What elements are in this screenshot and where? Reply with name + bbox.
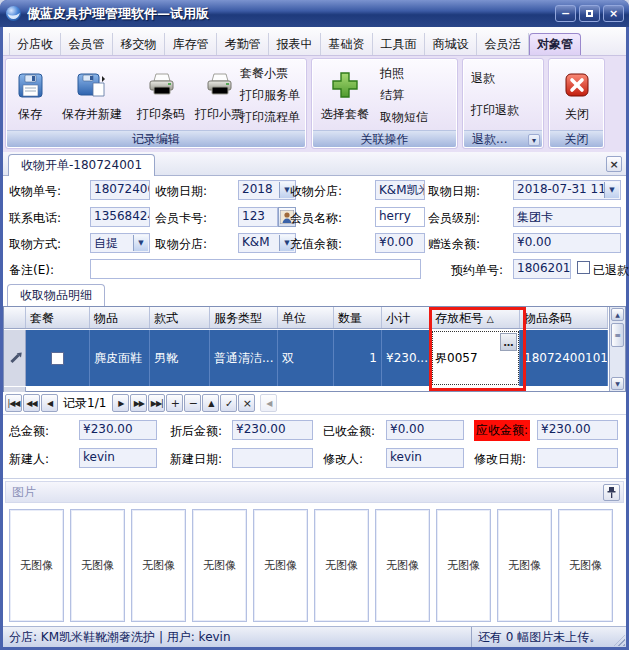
column-header-style[interactable]: 款式 bbox=[150, 307, 210, 328]
phone-field[interactable]: 13568424 bbox=[90, 207, 150, 227]
column-header-cabinet-no[interactable]: 存放柜号 △ bbox=[431, 307, 520, 328]
image-placeholder[interactable]: 无图像 bbox=[131, 509, 186, 622]
nav-prev-button[interactable]: ◀ bbox=[41, 394, 58, 412]
detail-tab[interactable]: 收取物品明细 bbox=[7, 284, 105, 306]
grid-vertical-scrollbar[interactable]: ▲ ≡ ▼ bbox=[609, 307, 625, 391]
menu-tab-object-mgmt-selected[interactable]: 对象管 bbox=[529, 33, 581, 55]
grid-row-selected[interactable]: 麂皮面鞋 男靴 普通清洁... 双 1 ¥230... 界0057… 18072… bbox=[4, 330, 608, 386]
image-placeholder[interactable]: 无图像 bbox=[253, 509, 308, 622]
column-header-barcode[interactable]: 物品条码 bbox=[520, 307, 608, 328]
print-flow-sheet-link[interactable]: 打印流程单 bbox=[240, 110, 300, 124]
remark-input[interactable] bbox=[90, 259, 421, 279]
menu-tab-reports[interactable]: 报表中 bbox=[269, 33, 321, 55]
chevron-down-icon[interactable]: ▼ bbox=[604, 182, 619, 198]
image-placeholder[interactable]: 无图像 bbox=[9, 509, 64, 622]
menu-tab-transfer[interactable]: 移交物 bbox=[113, 33, 165, 55]
column-header-package[interactable]: 套餐 bbox=[26, 307, 90, 328]
column-header-item[interactable]: 物品 bbox=[90, 307, 150, 328]
member-name-field[interactable]: herry bbox=[375, 207, 425, 227]
menu-tab-basic-data[interactable]: 基础资 bbox=[321, 33, 373, 55]
ribbon-group-refund: 退款 打印退款 退款... ▾ bbox=[462, 58, 544, 149]
select-package-label: 选择套餐 bbox=[321, 106, 369, 123]
image-placeholder[interactable]: 无图像 bbox=[192, 509, 247, 622]
menu-tab-branch-receive[interactable]: 分店收 bbox=[9, 33, 61, 55]
pin-button[interactable] bbox=[603, 484, 620, 501]
member-level-label: 会员级别: bbox=[428, 210, 480, 227]
chevron-down-icon[interactable]: ▼ bbox=[133, 235, 148, 251]
minimize-button[interactable]: − bbox=[555, 5, 576, 22]
cell-package[interactable] bbox=[26, 330, 90, 386]
document-tab[interactable]: 收物开单-180724001 bbox=[8, 154, 155, 176]
menu-tab-attendance[interactable]: 考勤管 bbox=[217, 33, 269, 55]
booking-no-field[interactable]: 1806201 bbox=[513, 259, 571, 279]
nav-post-button[interactable]: ✓ bbox=[220, 394, 237, 412]
cell-qty[interactable]: 1 bbox=[334, 330, 382, 386]
image-placeholder[interactable]: 无图像 bbox=[375, 509, 430, 622]
pickup-date-field[interactable]: 2018-07-31 11:▼ bbox=[513, 180, 621, 200]
nav-next-page-button[interactable]: ▶▶ bbox=[130, 394, 147, 412]
receive-date-field[interactable]: 2018▼ bbox=[238, 180, 296, 200]
print-service-sheet-link[interactable]: 打印服务单 bbox=[240, 88, 300, 102]
refund-link[interactable]: 退款 bbox=[471, 71, 495, 85]
resize-grip[interactable] bbox=[614, 635, 625, 646]
image-placeholder[interactable]: 无图像 bbox=[314, 509, 369, 622]
nav-last-button[interactable]: ▶▶| bbox=[148, 394, 165, 412]
refunded-checkbox[interactable] bbox=[577, 261, 590, 274]
nav-edit-button[interactable]: ▲ bbox=[202, 394, 219, 412]
nav-cancel-button[interactable]: × bbox=[238, 394, 255, 412]
cell-style[interactable]: 男靴 bbox=[150, 330, 210, 386]
receipt-no-field[interactable]: 180724001 bbox=[90, 180, 150, 200]
image-placeholder[interactable]: 无图像 bbox=[70, 509, 125, 622]
image-placeholder[interactable]: 无图像 bbox=[558, 509, 613, 622]
maximize-button[interactable] bbox=[579, 5, 600, 22]
menu-tab-mall[interactable]: 商城设 bbox=[425, 33, 477, 55]
menu-tab-tools[interactable]: 工具面 bbox=[373, 33, 425, 55]
take-photo-link[interactable]: 拍照 bbox=[380, 66, 404, 80]
cell-item[interactable]: 麂皮面鞋 bbox=[90, 330, 150, 386]
menu-tab-member-activity[interactable]: 会员活 bbox=[477, 33, 529, 55]
ribbon-group-related-ops: 选择套餐 拍照 结算 取物短信 关联操作 bbox=[311, 58, 458, 149]
recharge-balance-field: ¥0.00 bbox=[375, 233, 425, 253]
cell-cabinet-no-editor[interactable]: 界0057… bbox=[431, 330, 520, 386]
print-barcode-button[interactable]: 打印条码 bbox=[132, 61, 190, 131]
pickup-sms-link[interactable]: 取物短信 bbox=[380, 110, 428, 124]
save-and-new-button[interactable]: 保存并新建 bbox=[52, 61, 132, 131]
cell-unit[interactable]: 双 bbox=[278, 330, 334, 386]
settle-link[interactable]: 结算 bbox=[380, 88, 404, 102]
nav-insert-button[interactable]: + bbox=[166, 394, 183, 412]
scroll-thumb[interactable]: ≡ bbox=[611, 323, 624, 347]
member-card-field[interactable]: 123 bbox=[238, 207, 278, 227]
refund-launcher-icon[interactable]: ▾ bbox=[528, 134, 540, 146]
cell-barcode[interactable]: 18072400101 bbox=[520, 330, 608, 386]
package-receipt-link[interactable]: 套餐小票 bbox=[240, 66, 288, 80]
booking-no-label: 预约单号: bbox=[451, 262, 503, 279]
column-header-unit[interactable]: 单位 bbox=[278, 307, 334, 328]
nav-next-button[interactable]: ▶ bbox=[112, 394, 129, 412]
menu-tab-inventory[interactable]: 库存管 bbox=[165, 33, 217, 55]
package-checkbox[interactable] bbox=[51, 352, 64, 365]
image-placeholder[interactable]: 无图像 bbox=[497, 509, 552, 622]
ellipsis-picker-button[interactable]: … bbox=[500, 333, 517, 351]
nav-prev-page-button[interactable]: ◀◀ bbox=[23, 394, 40, 412]
select-package-button[interactable]: 选择套餐 bbox=[314, 61, 376, 131]
cell-service-type[interactable]: 普通清洁... bbox=[210, 330, 278, 386]
cell-subtotal[interactable]: ¥230... bbox=[382, 330, 431, 386]
image-placeholder[interactable]: 无图像 bbox=[436, 509, 491, 622]
nav-delete-button[interactable]: − bbox=[184, 394, 201, 412]
column-header-subtotal[interactable]: 小计 bbox=[382, 307, 431, 328]
scroll-up-icon[interactable]: ▲ bbox=[611, 308, 624, 321]
close-button[interactable]: × bbox=[603, 5, 624, 22]
nav-first-button[interactable]: |◀◀ bbox=[5, 394, 22, 412]
pickup-branch-field[interactable]: K&M▼ bbox=[238, 233, 296, 253]
print-refund-link[interactable]: 打印退款 bbox=[471, 103, 519, 117]
save-button[interactable]: 保存 bbox=[8, 61, 52, 131]
column-header-qty[interactable]: 数量 bbox=[334, 307, 382, 328]
menu-tab-member-mgmt[interactable]: 会员管 bbox=[61, 33, 113, 55]
close-form-button[interactable]: 关闭 bbox=[551, 61, 603, 131]
scroll-down-icon[interactable]: ▼ bbox=[611, 377, 624, 390]
pickup-method-field[interactable]: 自提▼ bbox=[90, 233, 150, 253]
document-close-button[interactable]: × bbox=[606, 156, 622, 172]
column-header-service-type[interactable]: 服务类型 bbox=[210, 307, 278, 328]
member-level-field[interactable]: 集团卡 bbox=[513, 207, 621, 227]
receive-branch-field[interactable]: K&M凯米 bbox=[375, 180, 425, 200]
